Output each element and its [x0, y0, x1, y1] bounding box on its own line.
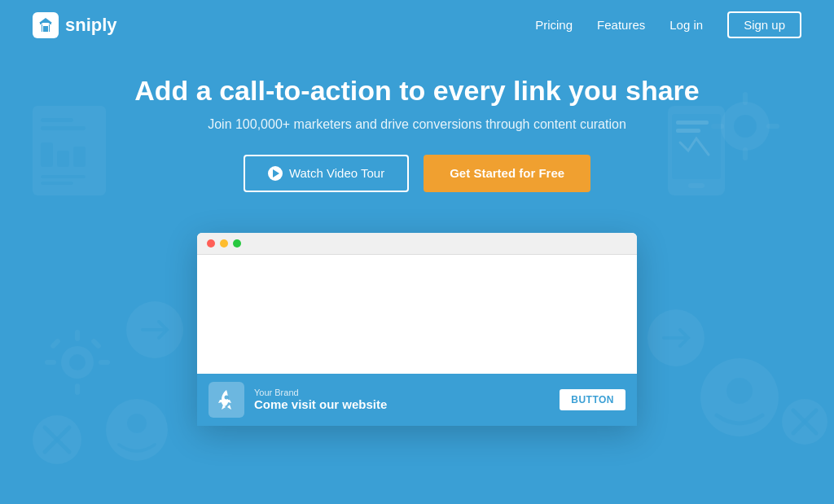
play-triangle — [273, 169, 279, 177]
svg-line-18 — [45, 427, 69, 452]
watch-video-button[interactable]: Watch Video Tour — [244, 155, 409, 192]
svg-line-17 — [45, 427, 69, 452]
nav-links: Pricing Features Log in Sign up — [535, 11, 801, 38]
cta-text-area: Your Brand Come visit our website — [254, 388, 550, 411]
browser-dot-yellow — [220, 239, 228, 248]
svg-rect-39 — [43, 26, 48, 32]
svg-marker-40 — [39, 18, 52, 23]
hero-subtitle: Join 100,000+ marketers and drive conver… — [16, 117, 818, 132]
nav-features[interactable]: Features — [597, 18, 645, 32]
nav-pricing[interactable]: Pricing — [535, 18, 573, 32]
logo[interactable]: sniply — [33, 12, 117, 38]
svg-point-41 — [225, 395, 229, 399]
signup-button[interactable]: Sign up — [727, 11, 801, 38]
cta-icon-box — [208, 382, 244, 418]
get-started-button[interactable]: Get Started for Free — [424, 155, 590, 192]
play-icon — [268, 166, 283, 181]
video-button-label: Watch Video Tour — [289, 166, 384, 180]
browser-dot-red — [207, 239, 215, 248]
logo-icon — [33, 12, 59, 38]
hero-buttons: Watch Video Tour Get Started for Free — [16, 155, 818, 192]
browser-dot-green — [233, 239, 241, 248]
cta-message-text: Come visit our website — [254, 397, 550, 411]
rocket-icon — [215, 388, 238, 411]
cta-bar: Your Brand Come visit our website BUTTON — [197, 374, 637, 426]
cta-action-button[interactable]: BUTTON — [560, 389, 626, 410]
hero-title: Add a call-to-action to every link you s… — [16, 74, 818, 107]
brand-name: sniply — [65, 15, 117, 36]
navbar: sniply Pricing Features Log in Sign up — [0, 0, 834, 50]
nav-login[interactable]: Log in — [669, 18, 703, 32]
cta-brand-label: Your Brand — [254, 388, 550, 397]
hero-section: Add a call-to-action to every link you s… — [0, 50, 834, 233]
browser-container: Your Brand Come visit our website BUTTON — [0, 233, 834, 426]
browser-content: Your Brand Come visit our website BUTTON — [197, 255, 637, 426]
browser-mockup: Your Brand Come visit our website BUTTON — [197, 233, 637, 426]
browser-bar — [197, 233, 637, 255]
